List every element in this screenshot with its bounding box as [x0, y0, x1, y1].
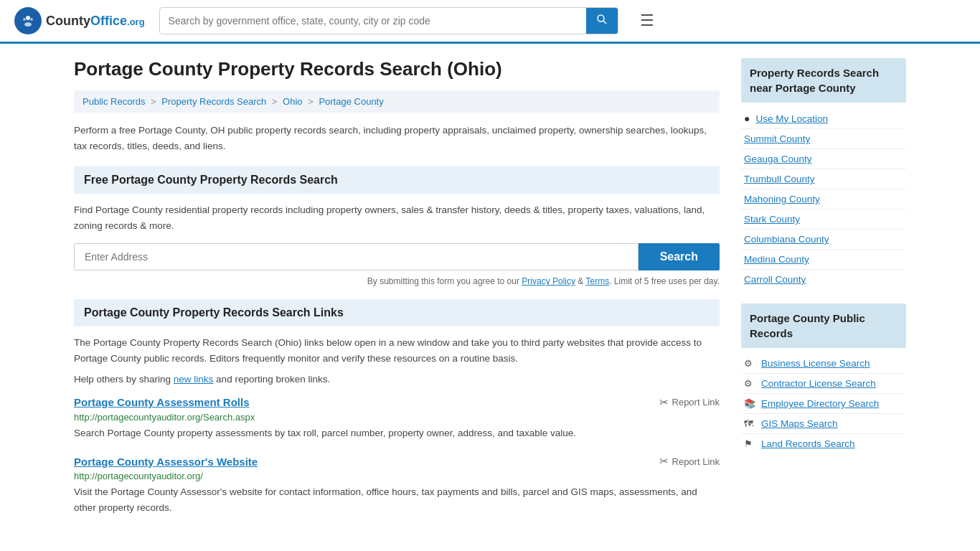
record-url-1: http://portagecountyauditor.org/	[74, 471, 720, 481]
nearby-county-item-3[interactable]: Mahoning County	[741, 189, 906, 209]
address-search-button[interactable]: Search	[639, 243, 720, 270]
public-record-icon-2: 📚	[744, 398, 755, 409]
location-icon: ●	[744, 113, 750, 124]
nearby-county-item-5[interactable]: Columbiana County	[741, 230, 906, 250]
record-item-1: Portage County Assessor's Website ✂ Repo…	[74, 455, 720, 515]
public-record-link-3[interactable]: GIS Maps Search	[761, 418, 838, 429]
breadcrumb-portage-county[interactable]: Portage County	[319, 96, 383, 107]
global-search-button[interactable]	[586, 8, 618, 34]
public-records-header: Portage County Public Records	[741, 303, 906, 348]
public-record-link-2[interactable]: Employee Directory Search	[761, 398, 879, 409]
public-record-link-4[interactable]: Land Records Search	[761, 438, 855, 449]
record-item-0: Portage County Assessment Rolls ✂ Report…	[74, 396, 720, 441]
nearby-county-link-3[interactable]: Mahoning County	[744, 194, 820, 204]
svg-point-4	[30, 18, 33, 21]
record-url-0: http://portagecountyauditor.org/Search.a…	[74, 412, 720, 423]
public-records-list: ⚙ Business License Search ⚙ Contractor L…	[741, 354, 906, 453]
record-title-1[interactable]: Portage County Assessor's Website	[74, 456, 258, 468]
nearby-county-item-6[interactable]: Medina County	[741, 250, 906, 270]
links-section-text: The Portage County Property Records Sear…	[74, 335, 720, 366]
report-icon-0: ✂	[659, 396, 669, 409]
breadcrumb-public-records[interactable]: Public Records	[83, 96, 145, 107]
nearby-counties-list: Summit CountyGeauga CountyTrumbull Count…	[741, 129, 906, 289]
form-disclaimer: By submitting this form you agree to our…	[74, 276, 720, 286]
record-desc-0: Search Portage County property assessmen…	[74, 425, 720, 441]
record-desc-1: Visit the Portage County Assessor's webs…	[74, 484, 720, 515]
svg-point-1	[26, 16, 30, 20]
svg-point-2	[24, 22, 32, 27]
breadcrumb-ohio[interactable]: Ohio	[283, 96, 302, 107]
logo-icon	[14, 7, 42, 34]
logo-text: CountyOffice.org	[46, 14, 145, 29]
hamburger-menu-button[interactable]: ☰	[640, 11, 654, 30]
main-container: Portage County Property Records Search (…	[60, 44, 920, 544]
address-form: Search	[74, 243, 720, 270]
privacy-policy-link[interactable]: Privacy Policy	[522, 276, 575, 286]
public-record-icon-1: ⚙	[744, 378, 755, 389]
page-title: Portage County Property Records Search (…	[74, 58, 720, 80]
breadcrumb-property-records-search[interactable]: Property Records Search	[161, 96, 266, 107]
nearby-county-link-4[interactable]: Stark County	[744, 214, 800, 225]
public-record-item-1[interactable]: ⚙ Contractor License Search	[741, 374, 906, 394]
address-input[interactable]	[74, 243, 639, 270]
public-record-item-3[interactable]: 🗺 GIS Maps Search	[741, 414, 906, 434]
nearby-county-item-1[interactable]: Geauga County	[741, 149, 906, 169]
breadcrumb: Public Records > Property Records Search…	[74, 90, 720, 113]
record-header-1: Portage County Assessor's Website ✂ Repo…	[74, 455, 720, 468]
main-content: Portage County Property Records Search (…	[74, 58, 720, 529]
nearby-county-link-6[interactable]: Medina County	[744, 254, 809, 265]
svg-point-5	[598, 15, 604, 22]
public-records-section: Portage County Public Records ⚙ Business…	[741, 303, 906, 453]
sidebar: Property Records Search near Portage Cou…	[741, 58, 906, 529]
nearby-county-link-7[interactable]: Carroll County	[744, 274, 806, 285]
public-record-item-2[interactable]: 📚 Employee Directory Search	[741, 394, 906, 414]
global-search-input[interactable]	[160, 9, 586, 32]
logo-area: CountyOffice.org	[14, 7, 145, 34]
public-record-icon-3: 🗺	[744, 418, 755, 429]
use-my-location-link[interactable]: Use My Location	[755, 113, 828, 124]
site-header: CountyOffice.org ☰	[0, 0, 980, 44]
use-my-location-item[interactable]: ● Use My Location	[741, 108, 906, 129]
share-text: Help others by sharing new links and rep…	[74, 374, 720, 385]
nearby-counties-section: Property Records Search near Portage Cou…	[741, 58, 906, 289]
terms-link[interactable]: Terms	[585, 276, 609, 286]
links-section-heading: Portage County Property Records Search L…	[74, 299, 720, 326]
nearby-county-item-4[interactable]: Stark County	[741, 209, 906, 230]
nearby-county-item-2[interactable]: Trumbull County	[741, 169, 906, 189]
global-search-bar[interactable]	[159, 7, 618, 34]
nearby-county-item-0[interactable]: Summit County	[741, 129, 906, 149]
report-icon-1: ✂	[659, 455, 669, 468]
public-record-item-0[interactable]: ⚙ Business License Search	[741, 354, 906, 374]
nearby-county-item-7[interactable]: Carroll County	[741, 270, 906, 289]
public-record-item-4[interactable]: ⚑ Land Records Search	[741, 434, 906, 453]
public-record-link-0[interactable]: Business License Search	[761, 358, 870, 369]
records-list: Portage County Assessment Rolls ✂ Report…	[74, 396, 720, 516]
svg-point-3	[23, 18, 26, 21]
nearby-county-link-2[interactable]: Trumbull County	[744, 174, 815, 184]
free-search-heading: Free Portage County Property Records Sea…	[74, 166, 720, 194]
report-link-0[interactable]: ✂ Report Link	[659, 396, 720, 409]
public-record-icon-0: ⚙	[744, 358, 755, 369]
nearby-county-link-0[interactable]: Summit County	[744, 133, 810, 144]
public-record-link-1[interactable]: Contractor License Search	[761, 378, 876, 389]
record-title-0[interactable]: Portage County Assessment Rolls	[74, 396, 250, 408]
nearby-counties-header: Property Records Search near Portage Cou…	[741, 58, 906, 103]
free-search-text: Find Portage County residential property…	[74, 202, 720, 233]
record-header-0: Portage County Assessment Rolls ✂ Report…	[74, 396, 720, 409]
public-record-icon-4: ⚑	[744, 438, 755, 449]
nearby-county-link-5[interactable]: Columbiana County	[744, 234, 829, 245]
report-link-1[interactable]: ✂ Report Link	[659, 455, 720, 468]
intro-text: Perform a free Portage County, OH public…	[74, 123, 720, 154]
svg-line-6	[603, 21, 606, 24]
nearby-county-link-1[interactable]: Geauga County	[744, 154, 812, 164]
new-links-link[interactable]: new links	[174, 374, 214, 385]
